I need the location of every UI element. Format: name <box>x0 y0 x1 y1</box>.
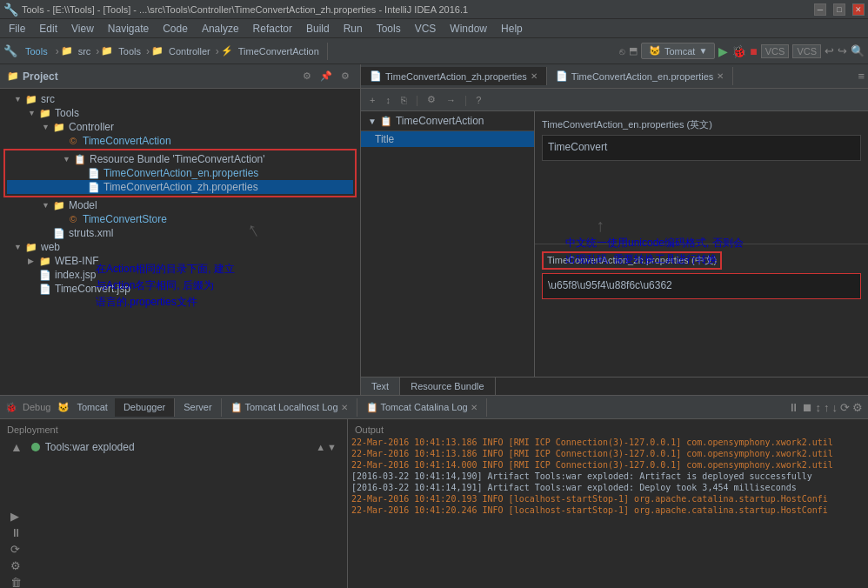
tree-item-model[interactable]: ▼ 📁 Model <box>0 198 360 212</box>
toolbar-vcs2[interactable]: VCS <box>792 44 821 58</box>
menu-analyze[interactable]: Analyze <box>195 21 246 37</box>
deploy-action5[interactable]: 🗑 <box>10 576 337 588</box>
toolbar-vcs1[interactable]: VCS <box>761 44 790 58</box>
tree-item-timeconvertaction[interactable]: © TimeConvertAction <box>0 134 360 148</box>
close-button[interactable]: ✕ <box>852 3 865 16</box>
panel-gear-btn[interactable]: ⚙ <box>337 69 353 84</box>
tab-text[interactable]: Text <box>361 378 400 395</box>
debug-tool2[interactable]: ⏹ <box>802 401 813 414</box>
question-btn[interactable]: ? <box>472 94 484 106</box>
menu-vcs[interactable]: VCS <box>408 21 444 37</box>
tree-item-tools[interactable]: ▼ 📁 Tools <box>0 106 360 120</box>
redo-btn[interactable]: ↪ <box>838 44 847 57</box>
title-bar-text: Tools - [E:\\Tools] - [Tools] - ...\src\… <box>22 4 468 15</box>
tree-item-webinf[interactable]: ▶ 📁 WEB-INF <box>0 254 360 268</box>
editor-bottom-tabs: Text Resource Bundle <box>361 377 868 395</box>
run-btn[interactable]: ▶ <box>718 44 728 58</box>
menu-run[interactable]: Run <box>337 21 370 37</box>
log-line-5: 22-Mar-2016 10:41:20.193 INFO [localhost… <box>351 493 865 504</box>
search-btn[interactable]: 🔍 <box>851 44 865 57</box>
menu-view[interactable]: View <box>64 21 101 37</box>
toolbar-tools[interactable]: Tools <box>19 43 54 59</box>
tab-close-localhost[interactable]: ✕ <box>341 403 348 412</box>
toolbar-tools2[interactable]: Tools <box>115 44 144 58</box>
deploy-action2[interactable]: ⏸ <box>10 526 337 539</box>
maximize-button[interactable]: □ <box>833 3 845 16</box>
menu-build[interactable]: Build <box>299 21 337 37</box>
tab-resource-bundle[interactable]: Resource Bundle <box>400 378 495 395</box>
deployment-item[interactable]: ▲ Tools:war exploded ▲ ▼ <box>3 437 344 458</box>
deployment-item-label: Tools:war exploded <box>45 441 135 453</box>
add-btn[interactable]: + <box>366 94 378 106</box>
deploy-action4[interactable]: ⚙ <box>10 559 337 572</box>
debug-tool5[interactable]: ↓ <box>832 401 838 414</box>
arrow-btn[interactable]: → <box>443 94 459 106</box>
tree-item-controller[interactable]: ▼ 📁 Controller <box>0 120 360 134</box>
tree-arrow-web: ▼ <box>14 243 24 251</box>
debug-tab-server[interactable]: Server <box>175 398 221 417</box>
copy-btn[interactable]: ⎘ <box>397 94 411 106</box>
deploy-down-btn[interactable]: ▼ <box>327 442 337 452</box>
debug-output-panel: Output 22-Mar-2016 10:41:13.186 INFO [RM… <box>348 419 868 588</box>
tree-item-indexjsp[interactable]: 📄 index.jsp <box>0 268 360 282</box>
tree-item-web[interactable]: ▼ 📁 web <box>0 240 360 254</box>
toolbar-src[interactable]: src <box>75 44 95 58</box>
tab-icon-localhost: 📋 <box>230 402 243 412</box>
debug-tool1[interactable]: ⏸ <box>788 401 799 414</box>
tab-zh-properties[interactable]: 📄 TimeConvertAction_zh.properties ✕ <box>361 67 547 85</box>
tree-item-resourcebundle[interactable]: ▼ 📋 Resource Bundle 'TimeConvertAction' <box>7 152 353 166</box>
menu-navigate[interactable]: Navigate <box>101 21 156 37</box>
tree-item-zh-properties[interactable]: 📄 TimeConvertAction_zh.properties <box>7 180 353 194</box>
menu-file[interactable]: File <box>2 21 32 37</box>
menu-window[interactable]: Window <box>443 21 494 37</box>
menu-refactor[interactable]: Refactor <box>246 21 299 37</box>
scroll-up-btn[interactable]: ▲ <box>10 440 23 454</box>
tab-settings[interactable]: ≡ <box>858 70 868 83</box>
tree-arrow-webinf: ▶ <box>28 257 38 265</box>
menu-bar: File Edit View Navigate Code Analyze Ref… <box>0 19 868 38</box>
debug-tab-debugger[interactable]: Debugger <box>115 398 175 417</box>
tomcat-dropdown[interactable]: 🐱 Tomcat ▼ <box>641 43 715 59</box>
sort-btn[interactable]: ↕ <box>382 94 394 106</box>
settings-btn[interactable]: ⚙ <box>424 93 439 106</box>
tree-item-timeconvertjsp[interactable]: 📄 TimeConvert.jsp <box>0 282 360 296</box>
en-value-content[interactable]: TimeConvert <box>542 135 861 161</box>
tab-en-properties[interactable]: 📄 TimeConvertAction_en.properties ✕ <box>547 67 733 85</box>
menu-code[interactable]: Code <box>156 21 195 37</box>
tree-item-struts[interactable]: 📄 struts.xml <box>0 226 360 240</box>
menu-edit[interactable]: Edit <box>32 21 64 37</box>
vcs-icon: ⎋ <box>619 46 625 57</box>
debug-btn[interactable]: 🐞 <box>731 44 746 58</box>
zh-panel-label: TimeConvertAction_zh.properties (中文) <box>542 251 722 270</box>
minimize-button[interactable]: ─ <box>814 3 826 16</box>
tab-close-catalina[interactable]: ✕ <box>471 403 477 412</box>
tab-close-zh[interactable]: ✕ <box>531 71 537 81</box>
tab-close-en[interactable]: ✕ <box>717 71 724 81</box>
tree-item-timeconvertstore[interactable]: © TimeConvertStore <box>0 212 360 226</box>
toolbar-timeconvert[interactable]: TimeConvertAction <box>235 44 323 58</box>
tree-item-en-properties[interactable]: 📄 TimeConvertAction_en.properties <box>7 166 353 180</box>
panel-tools: ⚙ 📌 ⚙ <box>299 69 353 84</box>
tree-item-src[interactable]: ▼ 📁 src <box>0 92 360 106</box>
zh-value-content[interactable]: \u65f8\u95f4\u88f6c\u6362 <box>542 273 861 299</box>
debug-tool4[interactable]: ↑ <box>824 401 830 414</box>
undo-btn[interactable]: ↩ <box>825 44 834 57</box>
toolbar-controller[interactable]: Controller <box>165 44 214 58</box>
menu-help[interactable]: Help <box>494 21 530 37</box>
deployment-left-actions: ▶ ⏸ ⟳ ⚙ 🗑 <box>3 458 344 588</box>
prop-row-title[interactable]: Title <box>361 131 534 147</box>
menu-tools[interactable]: Tools <box>370 21 408 37</box>
debug-tab-tomcat-localhost[interactable]: 📋 Tomcat Localhost Log ✕ <box>222 398 357 417</box>
deploy-action3[interactable]: ⟳ <box>10 543 337 556</box>
deploy-up-btn[interactable]: ▲ <box>316 442 325 452</box>
panel-pin-btn[interactable]: 📌 <box>318 69 334 84</box>
stop-btn[interactable]: ■ <box>750 44 757 58</box>
debug-tool7[interactable]: ⚙ <box>852 401 863 414</box>
panel-settings-btn[interactable]: ⚙ <box>299 69 315 84</box>
debug-tabs: Debugger Server 📋 Tomcat Localhost Log ✕… <box>115 398 487 417</box>
debug-tool6[interactable]: ⟳ <box>840 401 850 414</box>
debug-tab-tomcat-catalina[interactable]: 📋 Tomcat Catalina Log ✕ <box>357 398 487 417</box>
folder-icon-tools: 📁 <box>38 108 52 119</box>
deploy-action1[interactable]: ▶ <box>10 510 337 523</box>
debug-tool3[interactable]: ↕ <box>816 401 822 414</box>
